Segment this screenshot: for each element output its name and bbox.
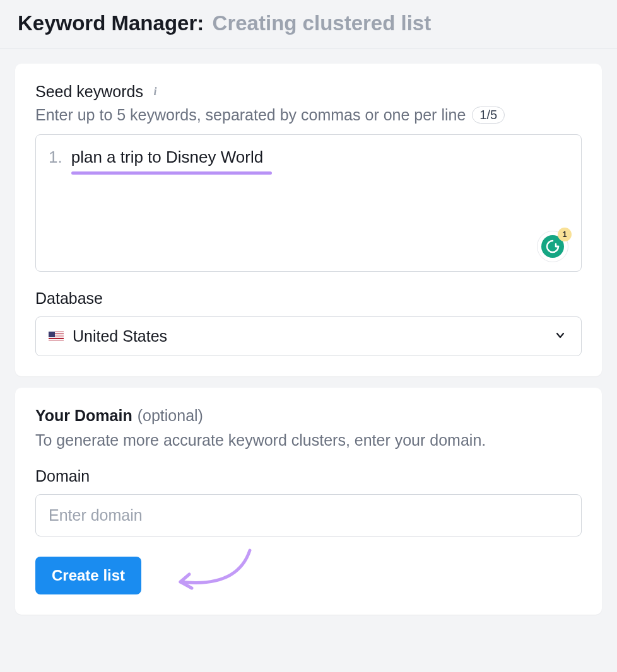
domain-input[interactable] bbox=[35, 494, 582, 536]
seed-keywords-input[interactable]: 1. plan a trip to Disney World 1 bbox=[35, 134, 582, 272]
keyword-line-1: 1. plan a trip to Disney World bbox=[49, 148, 568, 167]
database-label: Database bbox=[35, 289, 582, 308]
seed-keywords-card: Seed keywords i Enter up to 5 keywords, … bbox=[15, 64, 602, 376]
content-area: Seed keywords i Enter up to 5 keywords, … bbox=[0, 49, 617, 641]
info-icon[interactable]: i bbox=[150, 86, 161, 98]
domain-field-label: Domain bbox=[35, 467, 582, 485]
button-row: Create list bbox=[35, 557, 582, 594]
page-header: Keyword Manager: Creating clustered list bbox=[0, 0, 617, 49]
seed-keywords-label: Seed keywords bbox=[35, 83, 143, 101]
your-domain-title: Your Domain bbox=[35, 407, 132, 425]
database-dropdown[interactable]: United States bbox=[35, 316, 582, 356]
annotation-arrow bbox=[162, 544, 262, 601]
annotation-underline bbox=[71, 171, 272, 175]
keyword-number: 1. bbox=[49, 148, 62, 167]
keyword-text: plan a trip to Disney World bbox=[71, 148, 263, 166]
database-section: Database United States bbox=[35, 289, 582, 356]
grammarly-notification-count: 1 bbox=[558, 228, 572, 241]
page-title: Keyword Manager: bbox=[18, 11, 204, 35]
create-list-button[interactable]: Create list bbox=[35, 557, 141, 594]
page-subtitle: Creating clustered list bbox=[213, 11, 432, 35]
your-domain-card: Your Domain (optional) To generate more … bbox=[15, 388, 602, 615]
seed-helper-text: Enter up to 5 keywords, separated by com… bbox=[35, 106, 466, 124]
database-selected-value: United States bbox=[73, 327, 568, 345]
domain-helper-text: To generate more accurate keyword cluste… bbox=[35, 431, 582, 449]
us-flag-icon bbox=[49, 332, 64, 342]
keyword-count-badge: 1/5 bbox=[472, 107, 505, 124]
chevron-down-icon bbox=[555, 330, 566, 344]
optional-label: (optional) bbox=[138, 407, 203, 425]
grammarly-badge[interactable]: 1 bbox=[537, 231, 570, 264]
seed-label-row: Seed keywords i bbox=[35, 83, 582, 101]
domain-header-row: Your Domain (optional) bbox=[35, 407, 582, 425]
seed-helper-row: Enter up to 5 keywords, separated by com… bbox=[35, 106, 582, 124]
